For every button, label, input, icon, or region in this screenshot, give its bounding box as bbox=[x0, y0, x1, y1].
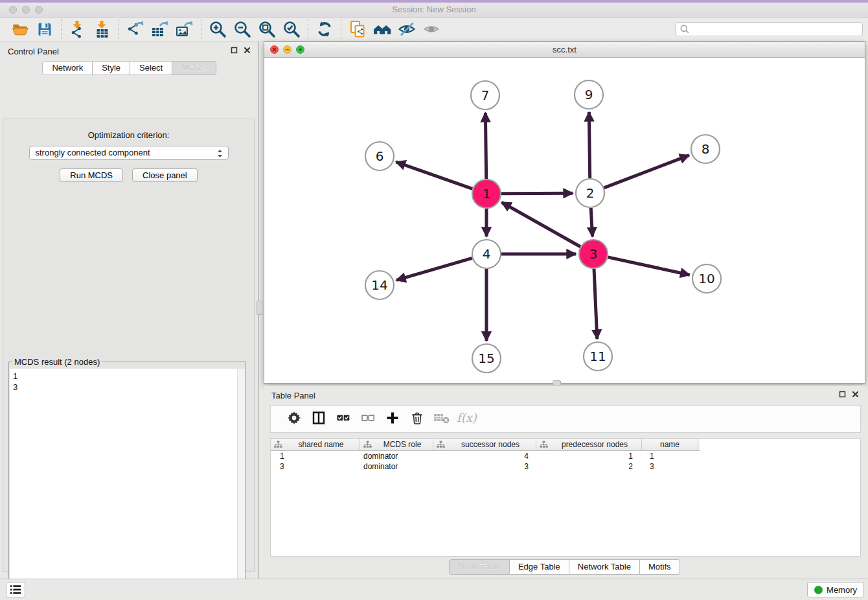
graph-edge-2-8[interactable] bbox=[604, 156, 689, 188]
graph-edge-1-2[interactable] bbox=[501, 193, 573, 194]
graph-node-8[interactable]: 8 bbox=[691, 135, 720, 163]
import-table-button[interactable] bbox=[92, 19, 113, 39]
tab-style[interactable]: Style bbox=[93, 61, 130, 75]
float-panel-icon[interactable] bbox=[231, 47, 238, 54]
graph-node-2[interactable]: 2 bbox=[576, 179, 604, 207]
table-cell[interactable]: 3 bbox=[642, 462, 698, 471]
graph-node-7[interactable]: 7 bbox=[471, 81, 499, 110]
graph-edge-3-1[interactable] bbox=[502, 202, 580, 246]
table-cell[interactable]: 1 bbox=[271, 452, 360, 461]
node-table[interactable]: shared nameMCDS rolesuccessor nodesprede… bbox=[270, 438, 861, 557]
import-network-button[interactable] bbox=[67, 19, 88, 39]
float-table-panel-icon[interactable] bbox=[839, 391, 846, 398]
close-table-panel-icon[interactable] bbox=[852, 391, 859, 398]
tab-node-table[interactable]: Node Table bbox=[449, 559, 510, 575]
table-cell[interactable]: dominator bbox=[360, 462, 433, 471]
table-row[interactable]: 3dominator323 bbox=[271, 461, 700, 472]
graph-node-4[interactable]: 4 bbox=[472, 240, 501, 268]
close-network-icon[interactable] bbox=[270, 45, 279, 54]
column-header-predecessor-nodes[interactable]: predecessor nodes bbox=[536, 439, 642, 450]
export-table-button[interactable] bbox=[150, 19, 170, 39]
tab-select[interactable]: Select bbox=[130, 61, 172, 75]
new-network-from-selection-button[interactable] bbox=[347, 19, 368, 39]
table-cell[interactable]: 3 bbox=[433, 462, 536, 471]
hide-selected-button[interactable] bbox=[396, 19, 417, 39]
toolbar-group bbox=[201, 19, 308, 39]
graph-node-9[interactable]: 9 bbox=[575, 80, 603, 109]
table-cell[interactable]: 1 bbox=[642, 452, 698, 461]
task-history-button[interactable] bbox=[6, 582, 25, 597]
column-selector-button[interactable] bbox=[306, 410, 331, 429]
show-all-button[interactable] bbox=[421, 19, 442, 39]
first-neighbors-button[interactable] bbox=[372, 19, 393, 39]
column-header-successor-nodes[interactable]: successor nodes bbox=[433, 439, 536, 450]
toolbar-group bbox=[4, 19, 61, 39]
save-session-button[interactable] bbox=[34, 19, 55, 39]
delete-table-button[interactable] bbox=[429, 410, 454, 429]
open-session-button[interactable] bbox=[10, 19, 30, 39]
graph-node-6[interactable]: 6 bbox=[365, 142, 394, 170]
graph-node-14[interactable]: 14 bbox=[365, 271, 394, 299]
graph-node-1[interactable]: 1 bbox=[472, 179, 501, 208]
tab-edge-table[interactable]: Edge Table bbox=[510, 559, 569, 575]
function-builder-button[interactable]: f(x) bbox=[454, 410, 479, 429]
zoom-network-icon[interactable] bbox=[296, 45, 304, 54]
zoom-out-button[interactable] bbox=[232, 19, 253, 39]
column-header-mcds-role[interactable]: MCDS role bbox=[360, 439, 433, 450]
app-window-controls[interactable] bbox=[9, 6, 43, 14]
minimize-network-icon[interactable] bbox=[283, 45, 291, 54]
tab-network[interactable]: Network bbox=[42, 61, 93, 75]
table-cell[interactable]: 1 bbox=[536, 452, 642, 461]
gear-button[interactable] bbox=[282, 410, 306, 429]
close-panel-button[interactable]: Close panel bbox=[132, 168, 198, 182]
optimization-criterion-select[interactable]: strongly connected component bbox=[29, 146, 229, 160]
network-window-titlebar[interactable]: scc.txt bbox=[264, 42, 865, 58]
deselect-all-button[interactable] bbox=[356, 410, 380, 429]
graph-edge-3-11[interactable] bbox=[594, 269, 597, 339]
graph-node-15[interactable]: 15 bbox=[472, 344, 501, 373]
graph-node-3[interactable]: 3 bbox=[579, 240, 608, 268]
export-image-icon bbox=[176, 20, 194, 38]
panel-splitter-handle[interactable] bbox=[257, 301, 262, 315]
graph-edge-2-9[interactable] bbox=[589, 112, 589, 178]
zoom-window-icon[interactable] bbox=[35, 6, 43, 14]
select-all-button[interactable] bbox=[331, 410, 356, 429]
graph-edge-3-10[interactable] bbox=[608, 257, 689, 275]
toolbar-group bbox=[119, 19, 201, 39]
table-row[interactable]: 1dominator411 bbox=[271, 451, 700, 461]
refresh-button[interactable] bbox=[314, 19, 335, 39]
add-row-button[interactable] bbox=[380, 410, 405, 429]
minimize-window-icon[interactable] bbox=[22, 6, 30, 14]
graph-edge-1-6[interactable] bbox=[396, 162, 472, 189]
tab-network-table[interactable]: Network Table bbox=[569, 559, 640, 575]
result-scrollbar[interactable] bbox=[237, 369, 245, 600]
graph-node-11[interactable]: 11 bbox=[584, 342, 612, 371]
graph-node-10[interactable]: 10 bbox=[692, 264, 721, 293]
graph-edge-2-3[interactable] bbox=[591, 208, 592, 237]
zoom-in-button[interactable] bbox=[207, 19, 228, 39]
graph-edge-1-7[interactable] bbox=[485, 113, 486, 179]
mcds-result-area[interactable]: 13 bbox=[10, 369, 245, 600]
table-cell[interactable]: 4 bbox=[433, 452, 536, 461]
zoom-fit-button[interactable] bbox=[257, 19, 277, 39]
run-mcds-button[interactable]: Run MCDS bbox=[60, 168, 123, 182]
close-panel-icon[interactable] bbox=[244, 47, 251, 54]
search-input[interactable] bbox=[690, 25, 858, 34]
export-network-button[interactable] bbox=[125, 19, 146, 39]
tab-motifs[interactable]: Motifs bbox=[640, 559, 680, 575]
table-cell[interactable]: 2 bbox=[536, 462, 642, 471]
zoom-selected-button[interactable] bbox=[281, 19, 302, 39]
network-canvas[interactable]: 7968124314101511 bbox=[264, 58, 865, 383]
column-header-shared-name[interactable]: shared name bbox=[271, 439, 360, 450]
close-window-icon[interactable] bbox=[9, 6, 17, 14]
search-box[interactable] bbox=[675, 22, 863, 36]
delete-row-button[interactable] bbox=[405, 410, 429, 429]
graph-edge-4-14[interactable] bbox=[396, 258, 472, 280]
table-cell[interactable]: 3 bbox=[271, 462, 360, 471]
export-image-button[interactable] bbox=[174, 19, 195, 39]
table-splitter-handle[interactable] bbox=[553, 380, 561, 386]
memory-button[interactable]: Memory bbox=[807, 582, 864, 597]
table-cell[interactable]: dominator bbox=[360, 452, 433, 461]
column-header-name[interactable]: name bbox=[642, 439, 698, 450]
tab-mcds[interactable]: MCDS bbox=[172, 61, 216, 75]
